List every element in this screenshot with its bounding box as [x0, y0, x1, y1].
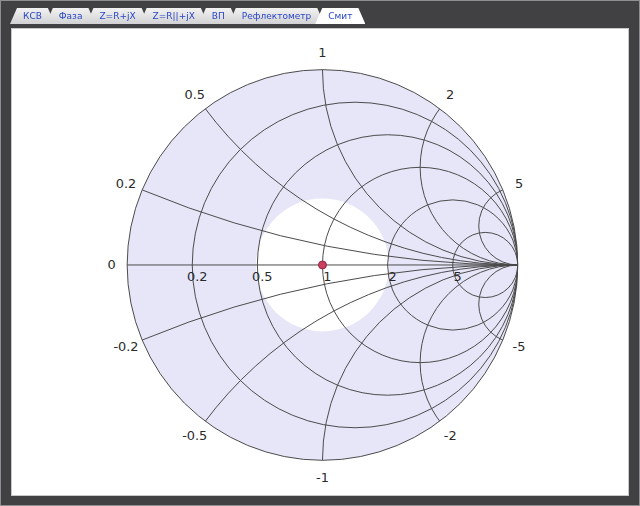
- chart-panel: 0.20.5125-0.2-0.5-1-2-500.20.5125: [11, 28, 629, 496]
- smith-chart[interactable]: 0.20.5125-0.2-0.5-1-2-500.20.5125: [12, 29, 628, 495]
- tab-bar: КСВФазаZ=R+jXZ=R||+jXВПРефлектометрСмит: [10, 8, 630, 24]
- app-window: КСВФазаZ=R+jXZ=R||+jXВПРефлектометрСмит …: [0, 0, 640, 506]
- reactance-label: -0.5: [182, 428, 207, 443]
- axis-label: 0.5: [252, 269, 272, 284]
- reactance-label: 2: [446, 87, 454, 102]
- reactance-label: -1: [316, 470, 329, 485]
- reactance-label: -2: [444, 428, 457, 443]
- axis-label: 2: [388, 269, 396, 284]
- tab-z-parallel[interactable]: Z=R||+jX: [140, 8, 208, 24]
- tab-smith[interactable]: Смит: [315, 8, 365, 24]
- reactance-label: 5: [515, 176, 523, 191]
- tab-reflectometer[interactable]: Рефлектометр: [229, 8, 324, 24]
- reactance-label: -0.2: [113, 339, 138, 354]
- reactance-label: 0.5: [184, 87, 204, 102]
- marker-dot[interactable]: [319, 261, 327, 269]
- tab-z-series[interactable]: Z=R+jX: [86, 8, 148, 24]
- axis-label: 5: [454, 269, 462, 284]
- reactance-label: 1: [318, 45, 326, 60]
- axis-label-zero: 0: [107, 257, 115, 272]
- reactance-label: -5: [513, 339, 526, 354]
- axis-label: 0.2: [187, 269, 207, 284]
- axis-label: 1: [323, 269, 331, 284]
- reactance-label: 0.2: [116, 176, 136, 191]
